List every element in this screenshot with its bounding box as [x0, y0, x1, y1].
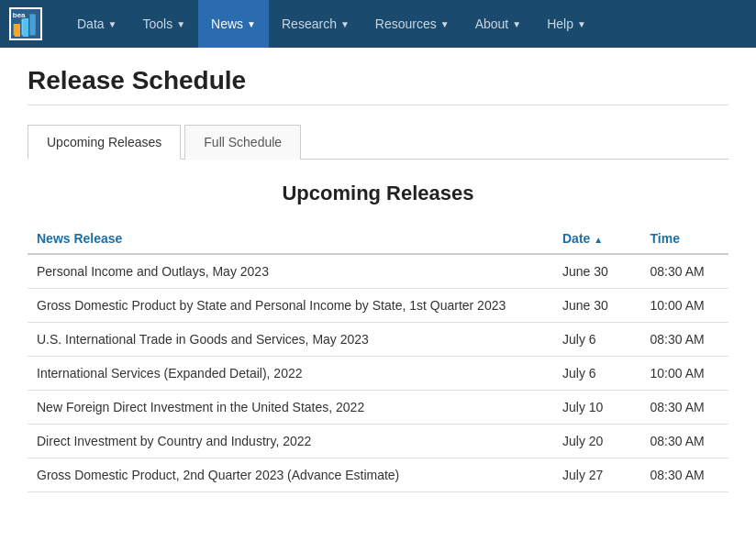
- col-header-time: Time: [641, 224, 729, 254]
- nav-label-data: Data: [77, 17, 105, 31]
- table-head: News Release Date▲ Time: [28, 224, 728, 254]
- nav-item-help: Help ▼: [534, 0, 599, 48]
- svg-rect-1: [14, 24, 19, 35]
- cell-release: Personal Income and Outlays, May 2023: [28, 254, 553, 289]
- cell-time: 10:00 AM: [641, 289, 729, 323]
- nav-label-tools: Tools: [142, 17, 172, 31]
- nav-item-data: Data ▼: [64, 0, 129, 48]
- table-header-row: News Release Date▲ Time: [28, 224, 728, 254]
- nav-link-tools[interactable]: Tools ▼: [129, 0, 198, 48]
- nav-link-data[interactable]: Data ▼: [64, 0, 129, 48]
- nav-link-about[interactable]: About ▼: [462, 0, 535, 48]
- table-body: Personal Income and Outlays, May 2023Jun…: [28, 254, 728, 492]
- cell-date: July 20: [553, 425, 641, 458]
- logo-link[interactable]: bea: [9, 7, 46, 40]
- nav-item-tools: Tools ▼: [129, 0, 198, 48]
- cell-release: Gross Domestic Product by State and Pers…: [28, 289, 553, 323]
- nav-caret-research: ▼: [340, 19, 350, 29]
- tab-upcoming-label: Upcoming Releases: [47, 135, 161, 149]
- cell-date: June 30: [553, 289, 641, 323]
- nav-label-news: News: [211, 17, 243, 31]
- cell-date: July 6: [553, 323, 641, 357]
- table-row: U.S. International Trade in Goods and Se…: [28, 323, 728, 357]
- nav-item-resources: Resources ▼: [362, 0, 462, 48]
- cell-time: 08:30 AM: [641, 391, 729, 425]
- cell-date: July 6: [553, 357, 641, 391]
- col-header-date[interactable]: Date▲: [553, 224, 641, 254]
- page-title: Release Schedule: [28, 66, 728, 105]
- cell-time: 08:30 AM: [641, 425, 729, 458]
- nav-item-news: News ▼: [198, 0, 269, 48]
- nav-label-about: About: [475, 17, 509, 31]
- nav-link-news[interactable]: News ▼: [198, 0, 269, 48]
- table-row: Direct Investment by Country and Industr…: [28, 425, 728, 458]
- tab-full-schedule[interactable]: Full Schedule: [184, 125, 301, 160]
- sort-icon-date: ▲: [594, 235, 603, 245]
- tab-full-label: Full Schedule: [204, 135, 282, 149]
- col-label-time: Time: [650, 231, 680, 246]
- nav-caret-tools: ▼: [176, 19, 185, 29]
- nav-caret-news: ▼: [247, 19, 256, 29]
- table-row: Gross Domestic Product, 2nd Quarter 2023…: [28, 458, 728, 492]
- cell-time: 08:30 AM: [641, 458, 729, 492]
- cell-date: June 30: [553, 254, 641, 289]
- nav-item-about: About ▼: [462, 0, 535, 48]
- cell-release: Direct Investment by Country and Industr…: [28, 425, 553, 458]
- table-row: Personal Income and Outlays, May 2023Jun…: [28, 254, 728, 289]
- cell-time: 10:00 AM: [641, 357, 729, 391]
- nav-label-research: Research: [282, 17, 337, 31]
- tab-bar: Upcoming Releases Full Schedule: [28, 124, 728, 160]
- main-content: Release Schedule Upcoming Releases Full …: [0, 48, 756, 511]
- table-row: Gross Domestic Product by State and Pers…: [28, 289, 728, 323]
- cell-date: July 10: [553, 391, 641, 425]
- cell-release: Gross Domestic Product, 2nd Quarter 2023…: [28, 458, 553, 492]
- releases-table: News Release Date▲ Time Personal Income …: [28, 224, 728, 492]
- col-header-release: News Release: [28, 224, 553, 254]
- nav-caret-resources: ▼: [440, 19, 450, 29]
- col-label-release: News Release: [37, 231, 122, 246]
- table-row: International Services (Expanded Detail)…: [28, 357, 728, 391]
- nav-label-help: Help: [547, 17, 573, 31]
- col-label-date: Date: [562, 231, 590, 246]
- section-title: Upcoming Releases: [28, 182, 728, 205]
- nav-link-research[interactable]: Research ▼: [269, 0, 362, 48]
- svg-rect-3: [29, 14, 35, 35]
- main-nav: bea Data ▼ Tools ▼ News ▼ Research: [0, 0, 756, 48]
- tab-upcoming-releases[interactable]: Upcoming Releases: [28, 125, 181, 160]
- nav-caret-about: ▼: [512, 19, 521, 29]
- cell-date: July 27: [553, 458, 641, 492]
- nav-caret-help: ▼: [577, 19, 586, 29]
- table-row: New Foreign Direct Investment in the Uni…: [28, 391, 728, 425]
- nav-item-research: Research ▼: [269, 0, 362, 48]
- nav-link-help[interactable]: Help ▼: [534, 0, 599, 48]
- cell-release: New Foreign Direct Investment in the Uni…: [28, 391, 553, 425]
- logo-icon: bea: [9, 7, 42, 40]
- cell-release: International Services (Expanded Detail)…: [28, 357, 553, 391]
- nav-label-resources: Resources: [375, 17, 437, 31]
- nav-caret-data: ▼: [108, 19, 117, 29]
- svg-rect-2: [22, 19, 28, 36]
- cell-time: 08:30 AM: [641, 323, 729, 357]
- nav-link-resources[interactable]: Resources ▼: [362, 0, 462, 48]
- cell-time: 08:30 AM: [641, 254, 729, 289]
- cell-release: U.S. International Trade in Goods and Se…: [28, 323, 553, 357]
- svg-text:bea: bea: [13, 11, 26, 19]
- nav-list: Data ▼ Tools ▼ News ▼ Research ▼ Resourc: [64, 0, 599, 48]
